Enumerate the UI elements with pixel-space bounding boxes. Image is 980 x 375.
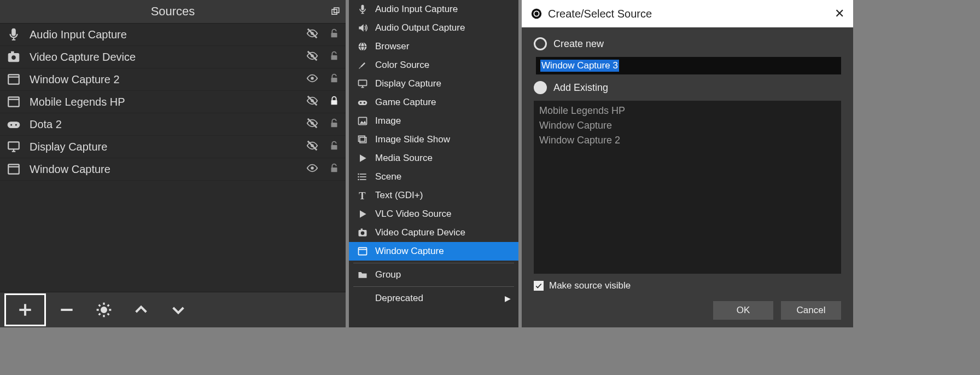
globe-icon <box>357 41 369 52</box>
popout-icon[interactable] <box>330 0 340 23</box>
visibility-toggle[interactable] <box>304 50 320 65</box>
sources-footer <box>0 292 346 327</box>
menu-item-deprecated[interactable]: Deprecated ▶ <box>349 289 518 308</box>
source-row[interactable]: Window Capture <box>0 158 346 181</box>
menu-item[interactable]: Display Capture <box>349 74 518 93</box>
speaker-icon <box>357 22 369 33</box>
gamepad-icon <box>5 117 22 131</box>
lock-toggle[interactable] <box>328 94 340 110</box>
folder-icon <box>357 269 369 280</box>
list-icon <box>357 171 369 182</box>
source-label: Window Capture 2 <box>30 73 296 86</box>
existing-sources-list: Mobile Legends HPWindow CaptureWindow Ca… <box>534 101 841 274</box>
menu-separator <box>353 286 514 287</box>
monitor-icon <box>5 140 22 154</box>
visibility-toggle[interactable] <box>304 162 320 177</box>
dialog-close-button[interactable]: ✕ <box>835 7 844 21</box>
menu-item-label: VLC Video Source <box>375 209 452 220</box>
menu-item[interactable]: Browser <box>349 37 518 56</box>
sources-header: Sources <box>0 0 346 24</box>
cancel-button[interactable]: Cancel <box>781 301 841 320</box>
new-name-text: Window Capture 3 <box>540 60 619 72</box>
menu-item-label: Group <box>375 269 401 280</box>
dialog-titlebar: Create/Select Source ✕ <box>522 0 853 27</box>
lock-toggle[interactable] <box>328 49 340 65</box>
obs-icon <box>530 8 542 20</box>
create-new-option[interactable]: Create new <box>534 37 841 50</box>
source-label: Audio Input Capture <box>30 28 296 41</box>
add-existing-label: Add Existing <box>553 82 608 94</box>
play-icon <box>357 209 369 220</box>
source-label: Mobile Legends HP <box>30 96 296 108</box>
menu-item[interactable]: Image Slide Show <box>349 130 518 149</box>
mic-icon <box>5 27 22 42</box>
play-icon <box>357 153 369 164</box>
window-icon <box>5 72 22 86</box>
menu-item[interactable]: Media Source <box>349 149 518 168</box>
camera-icon <box>5 50 22 64</box>
existing-source-item[interactable]: Window Capture <box>539 120 836 131</box>
existing-source-item[interactable]: Window Capture 2 <box>539 135 836 146</box>
source-row[interactable]: Mobile Legends HP <box>0 91 346 113</box>
lock-toggle[interactable] <box>328 117 340 132</box>
brush-icon <box>357 60 369 71</box>
menu-item[interactable]: Text (GDI+) <box>349 186 518 205</box>
visibility-toggle[interactable] <box>304 27 320 42</box>
chevron-right-icon: ▶ <box>505 294 511 303</box>
source-row[interactable]: Window Capture 2 <box>0 68 346 91</box>
menu-item-group[interactable]: Group <box>349 266 518 284</box>
new-source-name-input[interactable]: Window Capture 3 <box>536 57 841 74</box>
menu-item[interactable]: Color Source <box>349 56 518 74</box>
source-label: Window Capture <box>30 163 296 176</box>
menu-separator <box>353 263 514 263</box>
menu-item[interactable]: Game Capture <box>349 93 518 112</box>
window-icon <box>357 246 369 257</box>
menu-item[interactable]: VLC Video Source <box>349 205 518 223</box>
visibility-toggle[interactable] <box>304 140 320 154</box>
slides-icon <box>357 134 369 145</box>
visibility-toggle[interactable] <box>304 95 320 109</box>
existing-source-item[interactable]: Mobile Legends HP <box>539 105 836 117</box>
menu-item[interactable]: Video Capture Device <box>349 223 518 242</box>
monitor-icon <box>357 78 369 89</box>
lock-toggle[interactable] <box>328 27 340 43</box>
menu-item[interactable]: Audio Output Capture <box>349 19 518 37</box>
dialog-title: Create/Select Source <box>548 8 652 20</box>
lock-toggle[interactable] <box>328 161 340 177</box>
text-icon <box>357 190 369 201</box>
sources-title: Sources <box>151 4 195 19</box>
menu-item-label: Image Slide Show <box>375 134 450 145</box>
sources-list: Audio Input Capture Video Capture Device… <box>0 24 346 292</box>
lock-toggle[interactable] <box>328 139 340 155</box>
source-row[interactable]: Audio Input Capture <box>0 24 346 46</box>
ok-button[interactable]: OK <box>713 301 773 320</box>
move-down-button[interactable] <box>162 295 195 325</box>
sources-panel: Sources Audio Input Capture Video Captur… <box>0 0 346 327</box>
menu-item[interactable]: Audio Input Capture <box>349 0 518 19</box>
move-up-button[interactable] <box>125 295 158 325</box>
add-source-button[interactable] <box>4 293 46 326</box>
menu-item[interactable]: Scene <box>349 168 518 186</box>
lock-toggle[interactable] <box>328 72 340 88</box>
source-row[interactable]: Display Capture <box>0 136 346 158</box>
source-row[interactable]: Video Capture Device <box>0 46 346 68</box>
menu-item-label: Image <box>375 116 401 126</box>
source-label: Video Capture Device <box>30 51 296 64</box>
window-icon <box>5 95 22 109</box>
menu-item[interactable]: Window Capture <box>349 242 518 261</box>
menu-item[interactable]: Image <box>349 112 518 130</box>
menu-item-label: Color Source <box>375 60 429 71</box>
menu-item-label: Scene <box>375 171 401 182</box>
source-properties-button[interactable] <box>88 295 120 325</box>
source-label: Display Capture <box>30 141 296 153</box>
menu-item-label: Media Source <box>375 153 433 164</box>
svg-point-38 <box>102 308 106 312</box>
visibility-toggle[interactable] <box>304 117 320 132</box>
make-visible-label: Make source visible <box>549 280 631 291</box>
remove-source-button[interactable] <box>50 295 83 325</box>
add-existing-option[interactable]: Add Existing <box>534 81 841 94</box>
checkbox-checked-icon <box>534 281 544 291</box>
visibility-toggle[interactable] <box>304 72 320 87</box>
source-row[interactable]: Dota 2 <box>0 113 346 136</box>
make-visible-checkbox[interactable]: Make source visible <box>534 280 841 291</box>
